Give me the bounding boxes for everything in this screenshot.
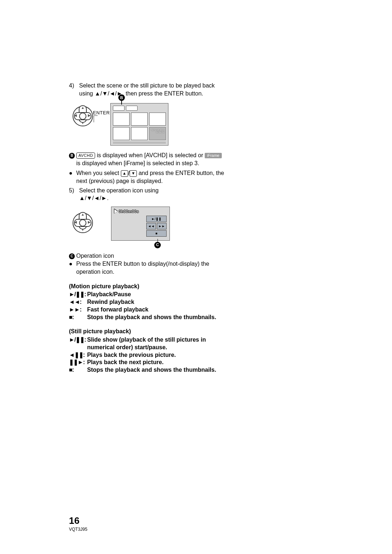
explainB-p1: is displayed when [AVCHD] is selected or (95, 152, 205, 158)
op-symbol: ■: (69, 314, 87, 321)
op-desc: Fast forward playback (87, 306, 225, 314)
iframe-badge: iFrame (205, 153, 221, 158)
thumbnail-grid: NOV 15 2011 12:34:56 (110, 103, 168, 146)
op-row: ❚❚►:Plays back the next picture. (69, 359, 225, 366)
operation-panel: ►/❚❚ ◄◄ ►► ■ (146, 216, 167, 237)
thumbnail-date: NOV 15 2011 12:34:56 (151, 129, 164, 133)
op-play-pause: ►/❚❚ (146, 216, 167, 222)
step-5: 5) Select the operation icon using ▲/▼/◄… (69, 187, 225, 202)
key-down-icon: ▼ (130, 170, 137, 177)
thumbnail-cell (131, 127, 148, 140)
figure-row-1: ▲ ▼ ◀ ▶ ENTER B (73, 103, 225, 146)
d-pad-outer: ▲ ▼ ◀ ▶ (73, 213, 93, 233)
thumbnail-cell (149, 113, 166, 126)
when-pre: When you select (76, 170, 121, 176)
step5-text2: . (107, 195, 109, 201)
still-header: (Still picture playback) (69, 327, 225, 335)
callout-b-bullet: B (69, 151, 76, 167)
key-up-icon: ▲ (121, 170, 128, 177)
op-symbol: ◄❚❚: (69, 351, 87, 359)
bullet-press-text: Press the ENTER button to display(/not-d… (76, 260, 225, 276)
arrow-right-icon: ▶ (88, 220, 91, 224)
bullet-icon: ● (69, 260, 76, 276)
format-tab (126, 106, 138, 111)
d-pad-arrows: ▲/▼/◄/► (79, 195, 107, 201)
arrow-right-icon: ▶ (88, 114, 91, 117)
op-forward: ►► (157, 223, 167, 229)
page-number: 16 (69, 514, 79, 527)
step-text: Select the operation icon using ▲/▼/◄/►. (79, 187, 225, 202)
thumbnail-cell (113, 127, 130, 140)
d-pad-outer: ▲ ▼ ◀ ▶ (73, 106, 93, 126)
step-text: Select the scene or the still picture to… (79, 82, 225, 97)
timecode-text: 0h00m00s (119, 209, 139, 214)
date-line2: 12:34:56 (156, 131, 164, 133)
motion-table: ►/❚❚:Playback/Pause ◄◄:Rewind playback ►… (69, 291, 225, 321)
timecode: 0h00m00s (114, 209, 139, 214)
format-tabs (113, 106, 166, 111)
callout-b-line (121, 101, 122, 105)
op-row: ►/❚❚:Slide show (playback of the still p… (69, 336, 225, 351)
step-4: 4) Select the scene or the still picture… (69, 82, 225, 97)
arrow-down-icon: ▼ (81, 121, 85, 125)
callout-c-icon: C (154, 242, 161, 248)
op-symbol: ►/❚❚: (69, 291, 87, 298)
callout-c-line (158, 239, 158, 242)
figure-row-2: ▲ ▼ ◀ ▶ 0h00m00s ►/❚❚ ◄◄ ►► ■ C (73, 207, 225, 241)
bullet-paging: ● When you select ▲/▼ and press the ENTE… (69, 169, 225, 185)
explainB-p2: is displayed when [iFrame] is selected i… (76, 160, 199, 166)
arrow-down-icon: ▼ (81, 228, 85, 232)
op-rewind: ◄◄ (146, 223, 156, 229)
step5-text1: Select the operation icon using (79, 187, 159, 194)
thumbnail-screen: B NOV 15 2011 12:34:56 (110, 103, 168, 146)
bullet-icon: ● (69, 169, 76, 185)
motion-header: (Motion picture playback) (69, 282, 225, 290)
bullet-paging-text: When you select ▲/▼ and press the ENTER … (76, 169, 225, 185)
op-row: ■:Stops the playback and shows the thumb… (69, 314, 225, 321)
callout-b-icon: B (118, 94, 125, 101)
thumbnail-cell (113, 113, 130, 126)
op-symbol: ◄◄: (69, 298, 87, 306)
op-desc: Stops the playback and shows the thumbna… (87, 366, 225, 374)
enter-pointer-line (94, 115, 98, 122)
play-icon (114, 209, 118, 213)
step-number: 5) (69, 187, 79, 202)
op-row: ►/❚❚:Playback/Pause (69, 291, 225, 298)
arrow-up-icon: ▲ (81, 106, 85, 110)
d-pad-diagram: ▲ ▼ ◀ ▶ (73, 213, 98, 235)
op-desc: Stops the playback and shows the thumbna… (87, 314, 225, 321)
op-row: ◄◄:Rewind playback (69, 298, 225, 306)
still-table: ►/❚❚:Slide show (playback of the still p… (69, 336, 225, 374)
op-symbol: ❚❚►: (69, 359, 87, 366)
callout-b-label: B (69, 153, 75, 159)
explanation-b: B AVCHD is displayed when [AVCHD] is sel… (69, 151, 225, 167)
op-desc: Plays back the previous picture. (87, 351, 225, 359)
thumbnail-date-cell: NOV 15 2011 12:34:56 (149, 127, 166, 140)
manual-page: 4) Select the scene or the still picture… (0, 0, 392, 554)
step-number: 4) (69, 82, 79, 97)
arrow-left-icon: ◀ (74, 114, 77, 117)
d-pad-center (79, 219, 86, 227)
callout-c-label: C (69, 253, 75, 259)
operation-icon-line: C Operation icon (69, 252, 225, 260)
op-symbol: ►►: (69, 306, 87, 314)
enter-button-diagram: ▲ ▼ ◀ ▶ ENTER (73, 103, 98, 136)
op-row: ■:Stops the playback and shows the thumb… (69, 366, 225, 374)
arrow-up-icon: ▲ (81, 213, 85, 216)
op-stop: ■ (146, 230, 167, 237)
op-desc: Slide show (playback of the still pictur… (87, 336, 225, 351)
op-desc: Rewind playback (87, 298, 225, 306)
op-mid-row: ◄◄ ►► (146, 223, 167, 229)
playback-screen: 0h00m00s ►/❚❚ ◄◄ ►► ■ C (111, 207, 170, 241)
thumbnail-cell (131, 113, 148, 126)
op-row: ►►:Fast forward playback (69, 306, 225, 314)
callout-c-bullet: C (69, 252, 76, 260)
thumbnail-footer (113, 142, 166, 144)
document-code: VQT3J95 (69, 526, 87, 532)
d-pad-arrows: ▲/▼/◄/► (95, 90, 123, 97)
explanation-b-text: AVCHD is displayed when [AVCHD] is selec… (76, 151, 225, 167)
op-desc: Playback/Pause (87, 291, 225, 298)
bullet-press-enter: ● Press the ENTER button to display(/not… (69, 260, 225, 276)
op-symbol: ■: (69, 366, 87, 374)
avchd-badge: AVCHD (76, 152, 95, 159)
